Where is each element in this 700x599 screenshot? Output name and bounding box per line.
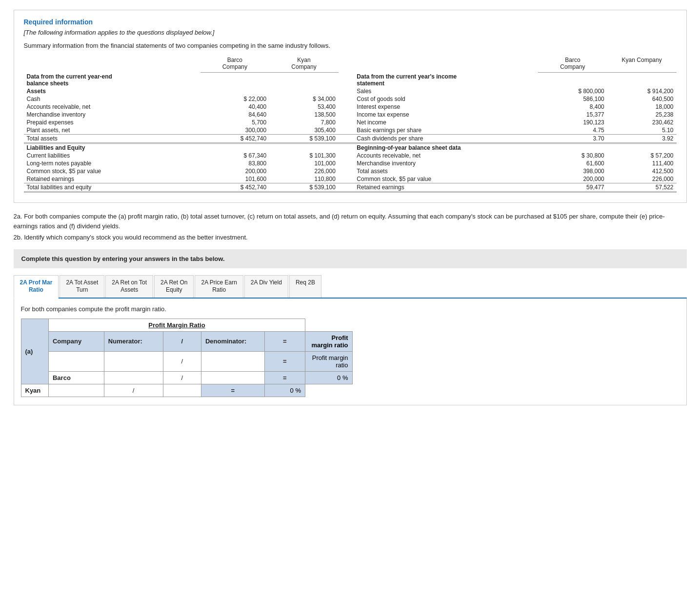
kyan-common-stock: 226,000 bbox=[269, 167, 339, 175]
beg-total-assets-label: Total assets bbox=[354, 167, 538, 175]
barco-lt-notes: 83,800 bbox=[200, 160, 270, 167]
kyan-beg-merch: 111,400 bbox=[607, 160, 677, 167]
barco-cash: $ 22,000 bbox=[200, 95, 270, 103]
kyan-netinc: 230,462 bbox=[607, 119, 677, 126]
barco-beg-common-stock: 200,000 bbox=[538, 175, 607, 183]
barco-cogs: 586,100 bbox=[538, 95, 607, 103]
tab-content-area: For both companies compute the profit ma… bbox=[14, 299, 687, 405]
question-text-2a: 2a. For both companies compute the (a) p… bbox=[14, 212, 687, 231]
kyan-tax: 25,238 bbox=[607, 111, 677, 119]
kyan-div: 3.92 bbox=[607, 135, 677, 143]
tab-req-2b[interactable]: Req 2B bbox=[289, 275, 321, 298]
barco-slash-cell: / bbox=[163, 371, 201, 384]
tabs-instruction-text: Complete this question by entering your … bbox=[21, 255, 225, 262]
col-a-header: (a) bbox=[21, 319, 48, 384]
kyan-retained: 110,800 bbox=[269, 175, 339, 183]
total-assets-label: Total assets bbox=[24, 135, 200, 143]
tab-2a-div-yield[interactable]: 2A Div Yield bbox=[244, 275, 288, 298]
cash-label: Cash bbox=[24, 95, 200, 103]
kyan-ar: 53,400 bbox=[269, 103, 339, 111]
question-2a-text: 2a. For both companies compute the (a) p… bbox=[14, 213, 665, 230]
assets-label: Assets bbox=[24, 87, 200, 95]
beg-ar-label: Accounts receivable, net bbox=[354, 152, 538, 160]
barco-denominator-cell[interactable] bbox=[201, 371, 264, 384]
barco-prepaid: 5,700 bbox=[200, 119, 270, 126]
barco-beg-merch: 61,600 bbox=[538, 160, 607, 167]
answer-blank-header-row: / = Profit margin ratio bbox=[21, 351, 352, 371]
denominator-col-header: Denominator: bbox=[201, 331, 264, 351]
kyan-slash-cell: / bbox=[104, 384, 163, 397]
kyan-interest: 18,000 bbox=[607, 103, 677, 111]
barco-retained: 101,600 bbox=[200, 175, 270, 183]
blank-result-cell: Profit margin ratio bbox=[305, 351, 352, 371]
cogs-label: Cost of goods sold bbox=[354, 95, 538, 103]
kyan-prepaid: 7,800 bbox=[269, 119, 339, 126]
blank-numerator-cell bbox=[104, 351, 163, 371]
ar-label: Accounts receivable, net bbox=[24, 103, 200, 111]
beg-merch-label: Merchandise inventory bbox=[354, 160, 538, 167]
kyan-col-header-right: Kyan Company bbox=[607, 56, 677, 73]
kyan-cash: $ 34,000 bbox=[269, 95, 339, 103]
tab-2a-prof-mar[interactable]: 2A Prof Mar Ratio bbox=[14, 275, 59, 299]
interest-label: Interest expense bbox=[354, 103, 538, 111]
result-col-header: Profit margin ratio bbox=[305, 331, 352, 351]
kyan-eps: 5.10 bbox=[607, 126, 677, 135]
barco-ar: 40,400 bbox=[200, 103, 270, 111]
kyan-beg-retained: 57,522 bbox=[607, 183, 677, 192]
kyan-denominator-input[interactable] bbox=[167, 387, 197, 394]
tab-2a-price-earn[interactable]: 2A Price Earn Ratio bbox=[195, 275, 243, 298]
main-container: Required information [The following info… bbox=[14, 10, 687, 405]
kyan-beg-common-stock: 226,000 bbox=[607, 175, 677, 183]
barco-interest: 8,400 bbox=[538, 103, 607, 111]
answer-table: (a) Profit Margin Ratio Company Numerato… bbox=[21, 319, 353, 397]
tab-2a-ret-on[interactable]: 2A Ret On Equity bbox=[154, 275, 194, 298]
total-liab-equity-label: Total liabilities and equity bbox=[24, 183, 200, 192]
company-col-header: Company bbox=[48, 331, 104, 351]
beg-retained-label: Retained earnings bbox=[354, 183, 538, 192]
barco-total-assets: $ 452,740 bbox=[200, 135, 270, 143]
blank-company-cell bbox=[48, 351, 104, 371]
kyan-col-header-left: KyanCompany bbox=[269, 56, 339, 73]
question-2b-text: 2b. Identify which company's stock you w… bbox=[14, 234, 248, 241]
blank-eq-cell: = bbox=[264, 351, 305, 371]
common-stock-label: Common stock, $5 par value bbox=[24, 167, 200, 175]
tab-2a-ret-on-tot[interactable]: 2A Ret on Tot Assets bbox=[105, 275, 153, 298]
right-section-label: Data from the current year's incomestate… bbox=[354, 73, 676, 88]
tab-subtext: For both companies compute the profit ma… bbox=[21, 305, 680, 313]
plant-label: Plant assets, net bbox=[24, 126, 200, 135]
lt-notes-label: Long-term notes payable bbox=[24, 160, 200, 167]
answer-table-header-row: Company Numerator: / Denominator: = Prof… bbox=[21, 331, 352, 351]
barco-result-cell: 0 % bbox=[305, 371, 352, 384]
prepaid-label: Prepaid expenses bbox=[24, 119, 200, 126]
barco-tax: 15,377 bbox=[538, 111, 607, 119]
barco-netinc: 190,123 bbox=[538, 119, 607, 126]
barco-plant: 300,000 bbox=[200, 126, 270, 135]
kyan-sales: $ 914,200 bbox=[607, 87, 677, 95]
merch-label: Merchandise inventory bbox=[24, 111, 200, 119]
blank-denominator-cell bbox=[201, 351, 264, 371]
required-info-box: Required information [The following info… bbox=[14, 10, 687, 203]
kyan-denominator-cell[interactable] bbox=[163, 384, 201, 397]
kyan-numerator-cell[interactable] bbox=[48, 384, 104, 397]
barco-numerator-cell[interactable] bbox=[104, 371, 163, 384]
tabs-row: 2A Prof Mar Ratio 2A Tot Asset Turn 2A R… bbox=[14, 275, 687, 299]
barco-col-header-right: BarcoCompany bbox=[538, 56, 607, 73]
tab-2a-tot-asset[interactable]: 2A Tot Asset Turn bbox=[60, 275, 104, 298]
barco-sales: $ 800,000 bbox=[538, 87, 607, 95]
slash-col-header: / bbox=[163, 331, 201, 351]
barco-denominator-input[interactable] bbox=[205, 374, 260, 381]
barco-beg-ar: $ 30,800 bbox=[538, 152, 607, 160]
kyan-numerator-input[interactable] bbox=[53, 387, 100, 394]
kyan-answer-row: Kyan / = 0 % bbox=[21, 384, 352, 397]
barco-numerator-input[interactable] bbox=[108, 374, 159, 381]
kyan-company-cell: Kyan bbox=[21, 384, 48, 397]
kyan-curr-liab: $ 101,300 bbox=[269, 152, 339, 160]
barco-common-stock: 200,000 bbox=[200, 167, 270, 175]
kyan-total-liab-equity: $ 539,100 bbox=[269, 183, 339, 192]
barco-beg-total-assets: 398,000 bbox=[538, 167, 607, 175]
kyan-plant: 305,400 bbox=[269, 126, 339, 135]
div-label: Cash dividends per share bbox=[354, 135, 538, 143]
tabs-instruction-box: Complete this question by entering your … bbox=[14, 249, 687, 268]
barco-company-cell: Barco bbox=[48, 371, 104, 384]
barco-curr-liab: $ 67,340 bbox=[200, 152, 270, 160]
